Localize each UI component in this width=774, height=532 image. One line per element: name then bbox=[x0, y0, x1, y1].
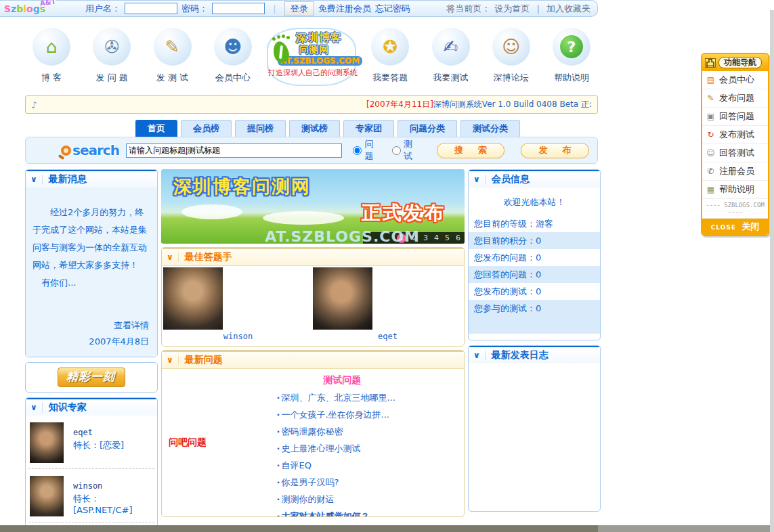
search-button[interactable]: 搜 索 bbox=[437, 143, 505, 158]
news-footer: 查看详情 2007年4月8日 bbox=[26, 309, 157, 357]
tab-question-ranking[interactable]: 提问榜 bbox=[235, 120, 286, 137]
nav-member-center[interactable]: ☻ 会员中心 bbox=[207, 28, 259, 84]
news-body: 经过2个多月的努力，终于完成了这个网站，本站是集问客与测客为一体的全新互动网站，… bbox=[26, 187, 157, 309]
answerer-name[interactable]: eqet bbox=[313, 332, 463, 341]
forgot-password-link[interactable]: 忘记密码 bbox=[375, 3, 410, 15]
question-link[interactable]: 深圳、广东、北京三地哪里... bbox=[276, 389, 464, 406]
question-link[interactable]: 自评EQ bbox=[276, 457, 464, 474]
best-answerers-box: ∨ 最佳答题手 winson eqet bbox=[161, 247, 465, 347]
page-dot[interactable]: 5 bbox=[445, 234, 450, 242]
footer-bar bbox=[0, 525, 598, 532]
page-dot[interactable]: 6 bbox=[456, 234, 460, 242]
expert-name[interactable]: eqet bbox=[73, 428, 124, 437]
stat-value: 0 bbox=[536, 303, 541, 313]
icon-nav-row: ⌂ 博 客 ✇ 发 问 题 ✎ 发 测 试 ☻ 会员中心 深圳博客 问测网 AT… bbox=[25, 28, 598, 86]
username-input[interactable] bbox=[125, 3, 177, 14]
nav-post-question[interactable]: ✇ 发 问 题 bbox=[85, 28, 138, 84]
publish-button[interactable]: 发 布 bbox=[521, 143, 589, 158]
stat-value: 0 bbox=[536, 252, 541, 263]
question-link[interactable]: 你是男子汉吗? bbox=[276, 474, 464, 491]
password-label: 密码： bbox=[181, 3, 208, 15]
welcome-text: 欢迎光临本站！ bbox=[469, 187, 600, 215]
blog-buildings-icon: ⌂ bbox=[33, 28, 70, 66]
expert-item[interactable]: winson 特长：[ASP.NET/C#] bbox=[28, 473, 154, 523]
register-note-link[interactable]: 想拥有更多权限,请点此注册！ bbox=[469, 334, 600, 340]
floatnav-help[interactable]: ▦ 帮助说明 bbox=[702, 181, 768, 199]
password-input[interactable] bbox=[212, 3, 265, 14]
expert-item[interactable]: eqet 特长：[恋爱] bbox=[28, 420, 154, 469]
view-details-link[interactable]: 查看详情 bbox=[26, 317, 149, 334]
promo-banner[interactable]: 深圳博客问测网 正式发布 1 2 3 4 5 6 AT.SZBLOGS.COM bbox=[161, 169, 465, 244]
question-link[interactable]: 史上最准心理小测试 bbox=[276, 440, 464, 457]
register-link[interactable]: 免费注册会员 bbox=[318, 3, 371, 15]
answerer-name[interactable]: winson bbox=[163, 332, 313, 341]
member-stat-row bbox=[469, 317, 600, 334]
chevron-down-icon[interactable]: ∨ bbox=[26, 403, 43, 412]
ask-category-label[interactable]: 问吧问题 bbox=[169, 437, 207, 449]
test-category-label[interactable]: 测试问题 bbox=[276, 374, 408, 386]
news-date: 2007年4月8日 bbox=[26, 334, 149, 350]
news-title: 最新消息 bbox=[43, 173, 87, 185]
floatnav-answer-test[interactable]: ☺ 回答测试 bbox=[702, 144, 768, 162]
chevron-down-icon[interactable]: ∨ bbox=[469, 351, 486, 360]
question-link[interactable]: 一个女孩子.坐在你身边拼... bbox=[276, 406, 464, 423]
nav-answer-questions[interactable]: ✪ 我要答题 bbox=[364, 28, 416, 84]
radio-question[interactable]: 问题 bbox=[353, 138, 381, 162]
floatnav-register[interactable]: ✆ 注册会员 bbox=[702, 162, 768, 181]
set-homepage-link[interactable]: 设为首页 bbox=[494, 3, 530, 15]
chevron-down-icon[interactable]: ∨ bbox=[469, 175, 486, 184]
nav-forum[interactable]: ☺ 深博论坛 bbox=[485, 28, 538, 84]
chevron-down-icon[interactable]: ∨ bbox=[162, 355, 179, 365]
chevron-down-icon[interactable]: ∨ bbox=[162, 252, 179, 262]
main-tabs: 首页 会员榜 提问榜 测试榜 专家团 问题分类 测试分类 bbox=[135, 120, 774, 137]
page-dot[interactable]: 3 bbox=[423, 234, 428, 242]
best-answerer[interactable]: eqet bbox=[313, 267, 463, 345]
tab-experts[interactable]: 专家团 bbox=[343, 120, 394, 137]
question-radio[interactable] bbox=[353, 146, 362, 155]
floatnav-close-button[interactable]: CLOSE 关闭 bbox=[702, 219, 768, 235]
magnifier-icon bbox=[61, 146, 71, 156]
nav-help[interactable]: ? 帮助说明 bbox=[545, 28, 598, 84]
floatnav-answer-question[interactable]: ▣ 回答问题 bbox=[702, 108, 768, 126]
test-radio[interactable] bbox=[392, 146, 401, 155]
nav-take-test[interactable]: ✍ 我要测试 bbox=[425, 28, 477, 84]
chevron-down-icon[interactable]: ∨ bbox=[26, 175, 43, 184]
floatnav-post-question[interactable]: ✎ 发布问题 bbox=[702, 89, 768, 108]
site-logo[interactable]: 深圳博客 问测网 AT.SZBLOGS.COM 打造深圳人自己的问测系统 bbox=[267, 28, 356, 86]
stat-value: 0 bbox=[536, 286, 541, 296]
nav-post-test[interactable]: ✎ 发 测 试 bbox=[146, 28, 199, 84]
tab-member-ranking[interactable]: 会员榜 bbox=[181, 120, 232, 137]
main-content: ∨ 最新消息 经过2个多月的努力，终于完成了这个网站，本站是集问客与测客为一体的… bbox=[25, 169, 602, 532]
nav-blog[interactable]: ⌂ 博 客 bbox=[25, 28, 78, 84]
question-link[interactable]: 测测你的财运 bbox=[276, 491, 464, 508]
monitor-icon: ▣ bbox=[706, 112, 716, 121]
page-scrollbar[interactable] bbox=[770, 10, 774, 532]
experts-title: 知识专家 bbox=[43, 401, 87, 414]
tab-home[interactable]: 首页 bbox=[135, 120, 177, 137]
tab-test-ranking[interactable]: 测试榜 bbox=[289, 120, 340, 137]
right-column: ∨ 会员信息 欢迎光临本站！ 您目前的等级：游客 您目前的积分：0 您发布的问题… bbox=[468, 169, 601, 512]
stat-value: 0 bbox=[536, 269, 541, 280]
tab-question-categories[interactable]: 问题分类 bbox=[397, 120, 457, 137]
radio-test[interactable]: 测试 bbox=[392, 138, 421, 162]
latest-news-box: ∨ 最新消息 经过2个多月的努力，终于完成了这个网站，本站是集问客与测客为一体的… bbox=[25, 169, 158, 357]
experts-list: eqet 特长：[恋爱] winson 特长：[ASP.NET/C#] bbox=[26, 416, 157, 532]
page-dot[interactable]: 4 bbox=[434, 234, 439, 242]
login-button[interactable]: 登录 bbox=[284, 1, 314, 16]
question-link[interactable]: 大家对本站感觉如何？ bbox=[276, 508, 464, 517]
site-logo-line1: 深圳博客 bbox=[283, 32, 355, 44]
expert-photo bbox=[30, 422, 64, 463]
tab-test-categories[interactable]: 测试分类 bbox=[460, 120, 520, 137]
question-list: 深圳、广东、北京三地哪里... 一个女孩子.坐在你身边拼... 密码泄露你秘密 … bbox=[276, 389, 464, 517]
question-link[interactable]: 密码泄露你秘密 bbox=[276, 423, 464, 440]
szblogs-logo[interactable]: A&T Szblogs bbox=[4, 3, 57, 14]
wonderful-moment-button[interactable]: 精彩一刻 bbox=[58, 368, 125, 387]
search-input[interactable] bbox=[126, 143, 343, 158]
best-answerer[interactable]: winson bbox=[163, 267, 313, 345]
member-stat-row: 您发布的问题：0 bbox=[469, 249, 600, 266]
floatnav-member-center[interactable]: ▤ 会员中心 bbox=[702, 71, 768, 89]
expert-name[interactable]: winson bbox=[73, 481, 153, 491]
ticker-text[interactable]: [2007年4月11日]深博问测系统Ver 1.0 Build 0408 Bet… bbox=[366, 99, 592, 110]
floatnav-post-test[interactable]: ↻ 发布测试 bbox=[702, 126, 768, 144]
add-favorites-link[interactable]: 加入收藏夹 bbox=[546, 3, 590, 15]
